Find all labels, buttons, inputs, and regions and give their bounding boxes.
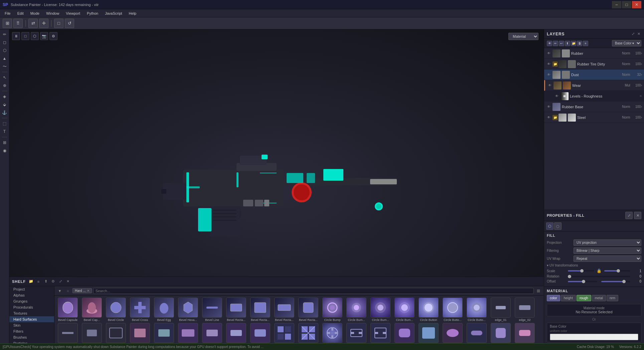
shelf-cat-skin[interactable]: Skin	[9, 322, 54, 328]
layers-expand-btn[interactable]: ⤢	[631, 31, 636, 36]
layer-steel-arrow[interactable]: ›	[641, 116, 642, 119]
layer-wear[interactable]: 👁 Wear Mul 100 ›	[544, 80, 644, 91]
layer-tire-visibility[interactable]: 👁	[546, 61, 551, 67]
layer-rubber-visibility[interactable]: 👁	[546, 51, 551, 56]
menu-python[interactable]: Python	[84, 11, 102, 16]
shelf-settings-btn[interactable]: ⚙	[50, 278, 56, 285]
channel-icon-2[interactable]: ✏	[553, 41, 558, 46]
layer-steel[interactable]: 👁 📁 Steel Norm 100 ›	[544, 112, 644, 123]
vp-pause-btn[interactable]: ⏸	[12, 32, 20, 40]
menu-viewport[interactable]: Viewport	[62, 11, 84, 16]
offset-slider-1[interactable]	[568, 281, 597, 282]
shelf-item-circle-btn1[interactable]: Circle Button	[417, 298, 440, 322]
tool-eraser[interactable]: ◻	[1, 39, 8, 46]
layer-rubber[interactable]: 👁 Rubber Norm 100 ›	[544, 48, 644, 59]
scale-lock[interactable]: 🔒	[597, 269, 602, 273]
maximize-button[interactable]: □	[622, 1, 631, 8]
shelf-item-bevel-rect1[interactable]: Bevel Recta...	[225, 298, 248, 322]
shelf-expand-btn[interactable]: ⤢	[57, 278, 64, 285]
shelf-item-circle-btn3[interactable]: Circle Butto...	[465, 298, 488, 322]
scale-slider-thumb[interactable]	[580, 269, 584, 273]
shelf-item-edge02[interactable]: edge_02	[513, 298, 536, 322]
shelf-cat-filters[interactable]: Filters	[9, 328, 54, 334]
shelf-item-circle-bump3[interactable]: Circle Bum...	[369, 298, 392, 322]
channel-icon-1[interactable]: 👁	[547, 41, 552, 46]
mat-tab-color[interactable]: color	[547, 295, 560, 301]
shelf-filter-remove[interactable]: ✕	[87, 289, 90, 293]
mat-tab-nrm[interactable]: nrm	[607, 295, 618, 301]
shelf-grid-toggle-btn[interactable]: ⊞	[535, 288, 542, 294]
shelf-item-edge01[interactable]: edge_01	[489, 298, 512, 322]
offset-slider-2[interactable]	[601, 281, 631, 282]
layer-wear-arrow[interactable]: ›	[641, 83, 642, 87]
filtering-select[interactable]: Bilinear | Sharp	[574, 247, 641, 254]
shelf-item-bevel-rect4[interactable]: Bevel Recta...	[297, 298, 320, 322]
menu-window[interactable]: Window	[43, 11, 62, 16]
tool-measure[interactable]: ⊕	[1, 82, 8, 89]
tool-bake[interactable]: ⬚	[1, 120, 8, 127]
channel-icon-3[interactable]: ↩	[559, 41, 564, 46]
channel-icon-7[interactable]: ≡	[583, 41, 588, 46]
close-button[interactable]: ✕	[632, 1, 641, 8]
vp-3d-btn[interactable]: ⬡	[31, 32, 39, 40]
material-dropdown[interactable]: Material	[508, 33, 538, 40]
layer-steel-visibility[interactable]: 👁	[546, 115, 551, 120]
channel-icon-6[interactable]: 🗑	[577, 41, 582, 46]
channel-icon-4[interactable]: ⬆	[565, 41, 570, 46]
toolbar-dots-btn[interactable]: ⠿	[13, 19, 23, 28]
layer-levels-close[interactable]: ✕	[639, 94, 642, 98]
base-color-channel-select[interactable]: Base Color ▾	[612, 40, 641, 46]
channel-icon-5[interactable]: 📁	[571, 41, 576, 46]
projection-select[interactable]: UV projection	[574, 239, 641, 246]
shelf-item-bevel-egg[interactable]: Bevel Egg	[153, 298, 175, 322]
scale-slider-2-thumb[interactable]	[617, 269, 620, 273]
shelf-item-bevel-rect3[interactable]: Bevel Recta...	[273, 298, 296, 322]
tool-projection[interactable]: ⬡	[1, 47, 8, 54]
shelf-item-circle-bump4[interactable]: Circle Bum...	[393, 298, 416, 322]
mat-tab-metal[interactable]: metal	[592, 295, 606, 301]
layer-rubber-arrow[interactable]: ›	[641, 51, 642, 55]
shelf-search-input[interactable]	[93, 288, 534, 294]
tool-clone[interactable]: ⬙	[1, 101, 8, 108]
shelf-cat-textures[interactable]: Textures	[9, 310, 54, 316]
shelf-item-bevel-rect2[interactable]: Bevel Recta...	[249, 298, 272, 322]
tool-text[interactable]: T	[1, 128, 8, 135]
menu-file[interactable]: File	[1, 11, 14, 16]
shelf-item-bevel-capsule[interactable]: Bevel Capsule	[56, 298, 79, 322]
tool-paint[interactable]: ✏	[1, 31, 8, 38]
shelf-cat-project[interactable]: Project	[9, 286, 54, 292]
offset-thumb-2[interactable]	[622, 280, 626, 283]
props-tab-material[interactable]: ⬡	[546, 222, 553, 230]
shelf-item-bevel-cross[interactable]: Bevel Cross	[129, 298, 151, 322]
toolbar-transform-btn[interactable]: ⇄	[28, 19, 38, 28]
shelf-item-circle-btn2[interactable]: Circle Butto...	[441, 298, 464, 322]
tool-smudge[interactable]: 〜	[1, 63, 8, 70]
shelf-cat-procedurals[interactable]: Procedurals	[9, 304, 54, 310]
shelf-item-bevel-hexa[interactable]: Bevel Hexa...	[177, 298, 199, 322]
toolbar-refresh-btn[interactable]: ↺	[65, 19, 74, 28]
shelf-folder-btn[interactable]: 📁	[28, 278, 34, 285]
rotation-thumb[interactable]	[568, 275, 571, 278]
layers-close-btn[interactable]: ✕	[636, 31, 641, 36]
shelf-item-bevel-line[interactable]: Bevel Line	[201, 298, 223, 322]
minimize-button[interactable]: –	[612, 1, 621, 8]
tool-extra1[interactable]: ⊞	[1, 139, 8, 146]
menu-edit[interactable]: Edit	[14, 11, 27, 16]
vp-camera-btn[interactable]: □	[21, 32, 29, 40]
shelf-item-bevel-cap[interactable]: Bevel Cap...	[80, 298, 103, 322]
shelf-cat-grunges[interactable]: Grunges	[9, 298, 54, 304]
offset-thumb-1[interactable]	[582, 280, 585, 283]
menu-mode[interactable]: Mode	[27, 11, 43, 16]
layer-rubber-base-arrow[interactable]: ›	[641, 105, 642, 109]
shelf-tb-filter-btn[interactable]: ▼	[56, 288, 63, 294]
layer-tire-dirty[interactable]: 👁 📁 Rubber Tire Dirty Norm 100 ›	[544, 59, 644, 69]
layer-tire-arrow[interactable]: ›	[641, 62, 642, 66]
shelf-tb-circle-btn[interactable]: ○	[64, 288, 71, 294]
props-expand-icon[interactable]: ⤢	[625, 212, 633, 219]
mat-tab-rough[interactable]: rough	[577, 295, 591, 301]
base-color-swatch[interactable]	[550, 334, 638, 340]
shelf-cat-brushes[interactable]: Brushes	[9, 334, 54, 340]
shelf-list-btn[interactable]: ≡	[35, 278, 42, 285]
layer-levels-visibility[interactable]: 👁	[554, 94, 559, 99]
layer-wear-visibility[interactable]: 👁	[547, 83, 552, 88]
